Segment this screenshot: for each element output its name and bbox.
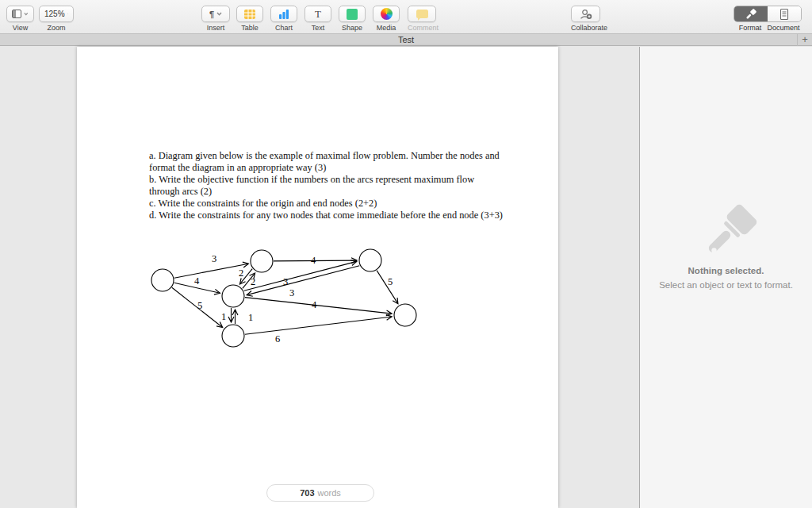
shape-button[interactable] (339, 6, 366, 22)
collaborate-control: Collaborate (571, 6, 607, 32)
doc-line: d. Write the constraints for any two nod… (149, 210, 502, 221)
text-control: T Text (304, 6, 331, 32)
media-label: Media (373, 24, 400, 32)
document-icon (778, 8, 791, 21)
chart-icon (278, 8, 290, 21)
flow-capacity-label: 4 (312, 299, 317, 310)
flow-capacity-label: 3 (289, 287, 294, 298)
word-count-unit: words (318, 488, 341, 498)
zoom-control: 125% Zoom (39, 6, 74, 32)
table-icon (243, 8, 256, 21)
flow-capacity-label: 1 (221, 311, 226, 322)
flow-node-D (359, 249, 381, 271)
document-canvas: a. Diagram given below is the example of… (0, 47, 639, 508)
paintbrush-icon (745, 8, 757, 21)
media-control: Media (373, 6, 400, 32)
flow-capacity-label: 3 (212, 253, 216, 264)
flow-capacity-label: 5 (388, 276, 393, 287)
insert-button[interactable]: ¶ (201, 6, 230, 22)
format-button[interactable] (734, 6, 768, 21)
chart-label: Chart (270, 24, 297, 32)
chart-control: Chart (270, 6, 297, 32)
flow-capacity-label: 1 (248, 312, 253, 323)
view-button[interactable] (6, 6, 34, 22)
doc-line: c. Write the constraints for the origin … (149, 198, 502, 210)
nothing-selected-title: Nothing selected. (640, 266, 812, 275)
document-title-bar: Test + (0, 34, 812, 46)
view-label: View (6, 24, 34, 32)
shape-control: Shape (339, 6, 366, 32)
shape-icon (347, 9, 358, 20)
text-label: Text (304, 24, 331, 32)
media-button[interactable] (373, 6, 400, 22)
toolbar: View 125% Zoom ¶ Insert Table (0, 0, 812, 34)
format-inspector-sidebar: Nothing selected. Select an object or te… (639, 47, 812, 508)
chevron-down-icon (24, 12, 29, 16)
inspector-switch: Format Document (733, 6, 802, 32)
insert-label: Insert (201, 24, 230, 32)
flow-arc-A-B (174, 264, 249, 278)
doc-line: b. Write the objective function if the n… (149, 174, 502, 186)
doc-line: through arcs (2) (149, 186, 502, 198)
flow-node-C (222, 285, 244, 307)
flow-node-F (394, 304, 416, 326)
flow-capacity-label: 2 (251, 276, 255, 287)
comment-label: Comment (408, 24, 439, 32)
table-control: Table (236, 6, 263, 32)
insert-control: ¶ Insert (201, 6, 230, 32)
flow-capacity-label: 6 (275, 333, 280, 344)
pages-app-window: View 125% Zoom ¶ Insert Table (0, 0, 812, 508)
zoom-value: 125% (44, 10, 65, 18)
format-document-segmented-control (733, 6, 802, 22)
comment-control: Comment (408, 6, 439, 32)
pilcrow-icon: ¶ (209, 10, 214, 19)
media-color-wheel-icon (381, 8, 393, 20)
table-label: Table (236, 24, 263, 32)
doc-line: format the diagram in an appropriate way… (149, 162, 502, 174)
zoom-button[interactable]: 125% (39, 6, 74, 22)
chart-button[interactable] (270, 6, 297, 22)
document-label: Document (767, 24, 800, 32)
collaborate-label: Collaborate (571, 24, 607, 32)
add-tab-button[interactable]: + (797, 34, 812, 46)
flow-arc-C-F (245, 298, 392, 314)
flow-capacity-label: 2 (239, 267, 243, 279)
document-button[interactable] (768, 6, 801, 21)
collaborate-button[interactable] (571, 6, 600, 22)
flow-capacity-label: 3 (283, 276, 288, 287)
document-page[interactable]: a. Diagram given below is the example of… (77, 47, 558, 508)
text-button[interactable]: T (304, 6, 331, 22)
zoom-label: Zoom (39, 24, 74, 32)
flow-network-diagram[interactable]: 3454223341165 (144, 241, 509, 360)
text-icon: T (315, 8, 321, 21)
add-person-icon (580, 8, 592, 21)
comment-icon (416, 10, 428, 18)
flow-capacity-label: 4 (194, 275, 200, 287)
flow-node-E (222, 325, 244, 347)
paintbrush-placeholder-icon (693, 202, 760, 268)
chevron-down-icon (67, 12, 68, 16)
format-label: Format (733, 24, 767, 32)
shape-label: Shape (339, 24, 366, 32)
flow-node-A (151, 269, 174, 291)
view-panel-icon (12, 10, 21, 18)
table-button[interactable] (236, 6, 263, 22)
flow-arc-E-F (245, 317, 392, 334)
flow-capacity-label: 5 (197, 300, 202, 311)
doc-line: a. Diagram given below is the example of… (149, 150, 502, 162)
word-count-pill[interactable]: 703 words (266, 484, 374, 502)
nothing-selected-subtitle: Select an object or text to format. (640, 280, 812, 290)
comment-button[interactable] (408, 6, 436, 22)
document-title: Test (0, 34, 812, 46)
chevron-down-icon (216, 12, 222, 16)
word-count-value: 703 (300, 488, 314, 498)
flow-node-B (251, 250, 273, 272)
view-control: View (6, 6, 34, 32)
flow-capacity-label: 4 (311, 255, 316, 266)
document-text-block[interactable]: a. Diagram given below is the example of… (149, 150, 502, 221)
